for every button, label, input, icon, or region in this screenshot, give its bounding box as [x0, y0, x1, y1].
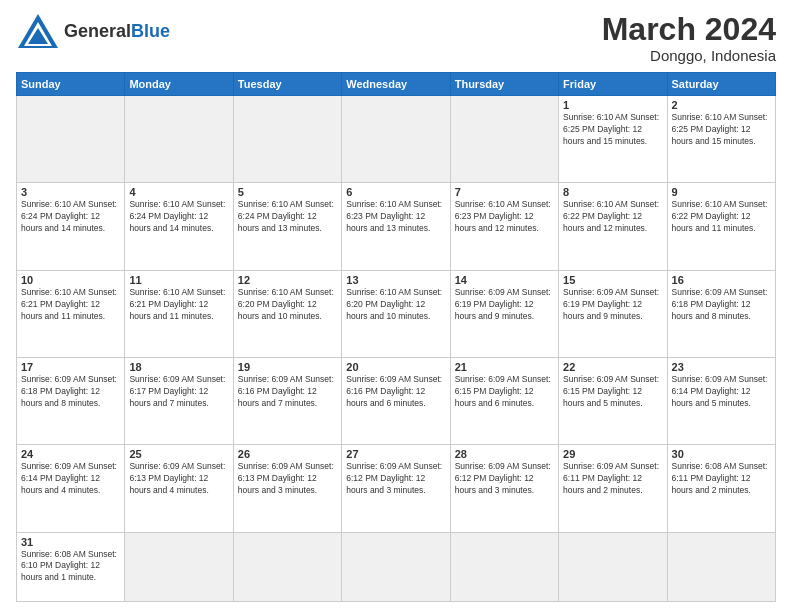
- calendar-cell: [125, 96, 233, 183]
- day-info: Sunrise: 6:10 AM Sunset: 6:22 PM Dayligh…: [672, 199, 771, 235]
- calendar-cell: 28Sunrise: 6:09 AM Sunset: 6:12 PM Dayli…: [450, 445, 558, 532]
- day-info: Sunrise: 6:08 AM Sunset: 6:11 PM Dayligh…: [672, 461, 771, 497]
- day-info: Sunrise: 6:09 AM Sunset: 6:14 PM Dayligh…: [672, 374, 771, 410]
- day-number: 17: [21, 361, 120, 373]
- day-info: Sunrise: 6:09 AM Sunset: 6:19 PM Dayligh…: [563, 287, 662, 323]
- day-number: 29: [563, 448, 662, 460]
- calendar-cell: 22Sunrise: 6:09 AM Sunset: 6:15 PM Dayli…: [559, 358, 667, 445]
- logo-text: GeneralBlue: [64, 21, 170, 42]
- header: GeneralBlue March 2024 Donggo, Indonesia: [16, 12, 776, 64]
- calendar-cell: 3Sunrise: 6:10 AM Sunset: 6:24 PM Daylig…: [17, 183, 125, 270]
- day-number: 19: [238, 361, 337, 373]
- calendar-cell: 12Sunrise: 6:10 AM Sunset: 6:20 PM Dayli…: [233, 270, 341, 357]
- calendar-cell: 4Sunrise: 6:10 AM Sunset: 6:24 PM Daylig…: [125, 183, 233, 270]
- calendar-header-tuesday: Tuesday: [233, 73, 341, 96]
- day-info: Sunrise: 6:09 AM Sunset: 6:14 PM Dayligh…: [21, 461, 120, 497]
- day-info: Sunrise: 6:10 AM Sunset: 6:24 PM Dayligh…: [129, 199, 228, 235]
- calendar-table: SundayMondayTuesdayWednesdayThursdayFrid…: [16, 72, 776, 602]
- day-number: 24: [21, 448, 120, 460]
- calendar-cell: 8Sunrise: 6:10 AM Sunset: 6:22 PM Daylig…: [559, 183, 667, 270]
- day-info: Sunrise: 6:10 AM Sunset: 6:23 PM Dayligh…: [346, 199, 445, 235]
- calendar-cell: [125, 532, 233, 601]
- title-area: March 2024 Donggo, Indonesia: [602, 12, 776, 64]
- day-number: 20: [346, 361, 445, 373]
- calendar-cell: 5Sunrise: 6:10 AM Sunset: 6:24 PM Daylig…: [233, 183, 341, 270]
- day-number: 1: [563, 99, 662, 111]
- day-number: 18: [129, 361, 228, 373]
- day-info: Sunrise: 6:08 AM Sunset: 6:10 PM Dayligh…: [21, 549, 120, 585]
- calendar-header-sunday: Sunday: [17, 73, 125, 96]
- day-info: Sunrise: 6:09 AM Sunset: 6:16 PM Dayligh…: [346, 374, 445, 410]
- calendar-header-monday: Monday: [125, 73, 233, 96]
- day-info: Sunrise: 6:10 AM Sunset: 6:25 PM Dayligh…: [563, 112, 662, 148]
- day-number: 26: [238, 448, 337, 460]
- day-number: 9: [672, 186, 771, 198]
- calendar-cell: [450, 96, 558, 183]
- day-info: Sunrise: 6:09 AM Sunset: 6:18 PM Dayligh…: [672, 287, 771, 323]
- day-info: Sunrise: 6:10 AM Sunset: 6:21 PM Dayligh…: [21, 287, 120, 323]
- calendar-cell: 14Sunrise: 6:09 AM Sunset: 6:19 PM Dayli…: [450, 270, 558, 357]
- calendar-cell: 20Sunrise: 6:09 AM Sunset: 6:16 PM Dayli…: [342, 358, 450, 445]
- calendar-header-row: SundayMondayTuesdayWednesdayThursdayFrid…: [17, 73, 776, 96]
- calendar-cell: 19Sunrise: 6:09 AM Sunset: 6:16 PM Dayli…: [233, 358, 341, 445]
- day-info: Sunrise: 6:09 AM Sunset: 6:12 PM Dayligh…: [346, 461, 445, 497]
- calendar-cell: 2Sunrise: 6:10 AM Sunset: 6:25 PM Daylig…: [667, 96, 775, 183]
- day-number: 2: [672, 99, 771, 111]
- calendar-cell: 13Sunrise: 6:10 AM Sunset: 6:20 PM Dayli…: [342, 270, 450, 357]
- calendar-cell: [17, 96, 125, 183]
- calendar-cell: 1Sunrise: 6:10 AM Sunset: 6:25 PM Daylig…: [559, 96, 667, 183]
- day-info: Sunrise: 6:10 AM Sunset: 6:20 PM Dayligh…: [346, 287, 445, 323]
- day-info: Sunrise: 6:09 AM Sunset: 6:18 PM Dayligh…: [21, 374, 120, 410]
- calendar-cell: 7Sunrise: 6:10 AM Sunset: 6:23 PM Daylig…: [450, 183, 558, 270]
- calendar-cell: [342, 96, 450, 183]
- day-number: 7: [455, 186, 554, 198]
- day-number: 6: [346, 186, 445, 198]
- calendar-cell: 23Sunrise: 6:09 AM Sunset: 6:14 PM Dayli…: [667, 358, 775, 445]
- calendar-cell: [233, 532, 341, 601]
- location: Donggo, Indonesia: [602, 47, 776, 64]
- calendar-week-3: 10Sunrise: 6:10 AM Sunset: 6:21 PM Dayli…: [17, 270, 776, 357]
- calendar-week-4: 17Sunrise: 6:09 AM Sunset: 6:18 PM Dayli…: [17, 358, 776, 445]
- day-number: 27: [346, 448, 445, 460]
- day-number: 10: [21, 274, 120, 286]
- calendar-cell: [233, 96, 341, 183]
- day-info: Sunrise: 6:10 AM Sunset: 6:24 PM Dayligh…: [238, 199, 337, 235]
- page: GeneralBlue March 2024 Donggo, Indonesia…: [0, 0, 792, 612]
- calendar-week-6: 31Sunrise: 6:08 AM Sunset: 6:10 PM Dayli…: [17, 532, 776, 601]
- day-number: 11: [129, 274, 228, 286]
- calendar-cell: [559, 532, 667, 601]
- day-info: Sunrise: 6:09 AM Sunset: 6:13 PM Dayligh…: [129, 461, 228, 497]
- calendar-cell: 30Sunrise: 6:08 AM Sunset: 6:11 PM Dayli…: [667, 445, 775, 532]
- day-info: Sunrise: 6:10 AM Sunset: 6:22 PM Dayligh…: [563, 199, 662, 235]
- month-title: March 2024: [602, 12, 776, 47]
- calendar-cell: 21Sunrise: 6:09 AM Sunset: 6:15 PM Dayli…: [450, 358, 558, 445]
- day-number: 14: [455, 274, 554, 286]
- day-number: 16: [672, 274, 771, 286]
- day-info: Sunrise: 6:09 AM Sunset: 6:17 PM Dayligh…: [129, 374, 228, 410]
- day-number: 28: [455, 448, 554, 460]
- day-number: 22: [563, 361, 662, 373]
- day-info: Sunrise: 6:09 AM Sunset: 6:11 PM Dayligh…: [563, 461, 662, 497]
- logo-icon: [16, 12, 60, 50]
- calendar-week-2: 3Sunrise: 6:10 AM Sunset: 6:24 PM Daylig…: [17, 183, 776, 270]
- day-info: Sunrise: 6:09 AM Sunset: 6:16 PM Dayligh…: [238, 374, 337, 410]
- day-number: 8: [563, 186, 662, 198]
- calendar-header-friday: Friday: [559, 73, 667, 96]
- calendar-week-5: 24Sunrise: 6:09 AM Sunset: 6:14 PM Dayli…: [17, 445, 776, 532]
- calendar-cell: 10Sunrise: 6:10 AM Sunset: 6:21 PM Dayli…: [17, 270, 125, 357]
- logo: GeneralBlue: [16, 12, 170, 50]
- day-info: Sunrise: 6:10 AM Sunset: 6:24 PM Dayligh…: [21, 199, 120, 235]
- calendar-cell: 29Sunrise: 6:09 AM Sunset: 6:11 PM Dayli…: [559, 445, 667, 532]
- calendar-week-1: 1Sunrise: 6:10 AM Sunset: 6:25 PM Daylig…: [17, 96, 776, 183]
- calendar-cell: 18Sunrise: 6:09 AM Sunset: 6:17 PM Dayli…: [125, 358, 233, 445]
- day-number: 13: [346, 274, 445, 286]
- day-number: 30: [672, 448, 771, 460]
- calendar-cell: 16Sunrise: 6:09 AM Sunset: 6:18 PM Dayli…: [667, 270, 775, 357]
- calendar-cell: [667, 532, 775, 601]
- day-number: 21: [455, 361, 554, 373]
- day-info: Sunrise: 6:10 AM Sunset: 6:21 PM Dayligh…: [129, 287, 228, 323]
- calendar-cell: [450, 532, 558, 601]
- calendar-cell: 15Sunrise: 6:09 AM Sunset: 6:19 PM Dayli…: [559, 270, 667, 357]
- day-number: 23: [672, 361, 771, 373]
- day-info: Sunrise: 6:10 AM Sunset: 6:25 PM Dayligh…: [672, 112, 771, 148]
